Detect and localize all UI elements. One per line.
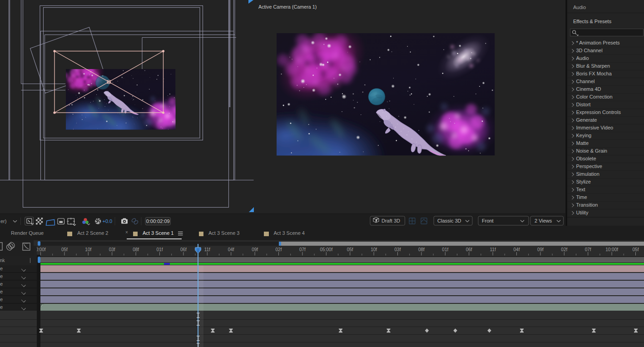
svg-text:0:00:02:09: 0:00:02:09 <box>146 218 170 224</box>
svg-text:2 Views: 2 Views <box>535 218 552 223</box>
svg-text:Front: Front <box>482 218 494 223</box>
svg-text:+0.0: +0.0 <box>103 218 113 224</box>
svg-text:Classic 3D: Classic 3D <box>437 218 461 223</box>
svg-text:er): er) <box>0 218 6 224</box>
svg-text:Draft 3D: Draft 3D <box>381 218 400 223</box>
svg-text:Active Camera (Camera 1): Active Camera (Camera 1) <box>258 4 317 10</box>
